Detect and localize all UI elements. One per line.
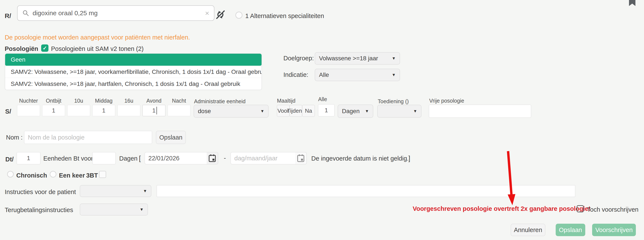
renal-warning-text: De posologie moet worden aangepast voor … — [5, 34, 190, 41]
alle-input[interactable] — [318, 104, 335, 117]
maaltijd-label: Maaltijd — [277, 98, 296, 104]
cancel-button[interactable]: Annuleren — [511, 224, 546, 236]
slot-label-avond: Avond — [142, 98, 166, 105]
slot-label-middag: Middag — [92, 98, 115, 105]
admin-unit-value: dose — [198, 108, 211, 115]
indicatie-value: Alle — [319, 72, 329, 78]
toediening-label: Toediening () — [378, 98, 409, 105]
vrije-posologie-input[interactable] — [429, 105, 531, 118]
end-date-calendar-button[interactable] — [295, 152, 307, 164]
sam-checkbox-label: Posologieën uit SAM v2 tonen (2) — [51, 45, 144, 52]
reimbursement-select[interactable]: ▼ — [80, 203, 148, 215]
bt3-label: 3BT — [86, 172, 98, 179]
vrije-posologie-label: Vrije posologie — [429, 98, 464, 104]
posology-title: Posologiën — [5, 45, 38, 52]
overdose-warning-text: Voorgeschreven posologie overtreft 2x ga… — [413, 205, 590, 212]
end-date-input[interactable] — [230, 152, 296, 164]
slot-label-ontbijt: Ontbijt — [42, 98, 65, 105]
slot-label-10u: 10u — [67, 98, 90, 105]
doelgroep-select[interactable]: Volwassene >=18 jaar ▼ — [315, 52, 400, 65]
slot-input-10u[interactable] — [67, 105, 90, 116]
sam-checkbox[interactable]: ✓ — [41, 45, 48, 52]
bracket-open: [ — [139, 155, 141, 162]
chevron-down-icon: ▼ — [413, 109, 417, 114]
save-posology-button[interactable]: Opslaan — [156, 131, 186, 144]
bookmark-icon[interactable] — [629, 0, 636, 6]
override-checkbox[interactable] — [577, 205, 584, 212]
override-label: Toch voorschrijven — [587, 206, 638, 213]
slot-input-nuchter[interactable] — [17, 105, 40, 116]
een-keer-label: Een keer — [59, 172, 85, 179]
slot-input-ontbijt[interactable] — [42, 105, 65, 116]
eenheden-label: Eenheden Bt voor — [43, 155, 93, 162]
chevron-down-icon: ▼ — [365, 109, 369, 114]
doelgroep-value: Volwassene >=18 jaar — [319, 55, 378, 62]
alternatives-label: 1 Alternatieven specialiteiten — [245, 13, 324, 20]
no-substitution-icon[interactable] — [215, 9, 226, 21]
patient-instructions-label: Instructies voor de patient — [5, 188, 76, 195]
start-date-calendar-button[interactable] — [207, 152, 218, 164]
bracket-close: ] — [408, 155, 410, 162]
calendar-icon — [208, 154, 216, 162]
admin-unit-label: Administratie eenheid — [194, 98, 246, 105]
alternatives-radio[interactable] — [236, 12, 242, 19]
s-label: S/ — [5, 108, 11, 115]
period-select[interactable]: Dagen ▼ — [338, 105, 373, 118]
red-arrow-annotation — [502, 149, 518, 207]
save-button[interactable]: Opslaan — [556, 224, 585, 236]
patient-instructions-select[interactable]: ▼ — [80, 185, 151, 197]
search-icon — [22, 10, 29, 17]
chevron-down-icon: ▼ — [392, 56, 396, 61]
dagen-label: Dagen — [119, 155, 138, 162]
maaltijd-na-button[interactable]: Na — [302, 105, 315, 117]
medication-search[interactable]: × — [17, 5, 214, 21]
search-input[interactable] — [32, 10, 205, 17]
slot-input-nacht[interactable] — [168, 105, 190, 116]
posology-list: Geen SAMV2: Volwassene, >=18 jaar, voork… — [5, 53, 262, 90]
slot-input-16u[interactable] — [117, 105, 140, 116]
dt-quantity-input[interactable] — [16, 152, 40, 164]
toediening-select[interactable]: ▼ — [377, 105, 422, 118]
chevron-down-icon: ▼ — [140, 207, 144, 212]
indicatie-select[interactable]: Alle ▼ — [315, 69, 400, 81]
chronisch-radio[interactable] — [7, 171, 14, 177]
indicatie-label: Indicatie: — [284, 71, 308, 78]
dt-label: Dt/ — [5, 156, 14, 163]
een-keer-radio[interactable] — [50, 171, 56, 177]
chevron-down-icon: ▼ — [143, 189, 147, 193]
start-date-input[interactable] — [144, 152, 207, 164]
text-cursor — [156, 107, 157, 114]
nom-label: Nom : — [6, 134, 22, 141]
slot-input-middag[interactable] — [92, 105, 115, 116]
slot-label-nacht: Nacht — [168, 98, 190, 105]
date-range-dash: - — [224, 155, 226, 162]
prescribe-button[interactable]: Voorschrijven — [592, 224, 636, 236]
slot-label-16u: 16u — [117, 98, 140, 105]
nom-input[interactable] — [24, 131, 152, 144]
calendar-icon — [297, 154, 305, 162]
period-value: Dagen — [342, 108, 360, 115]
maaltijd-tijdens-button[interactable]: Tijdens — [290, 105, 302, 117]
slot-label-nuchter: Nuchter — [17, 98, 40, 105]
clear-icon[interactable]: × — [205, 10, 209, 17]
slot-input-avond[interactable] — [142, 105, 166, 116]
eenheden-input[interactable] — [92, 152, 116, 164]
reimbursement-label: Terugbetalingsinstructies — [5, 206, 73, 213]
chevron-down-icon: ▼ — [392, 73, 396, 77]
chronisch-label: Chronisch — [16, 172, 47, 179]
posology-item-samv2-vkf[interactable]: SAMV2: Volwassene, >=18 jaar, voorkamerf… — [5, 66, 262, 78]
doelgroep-label: Doelgroep: — [284, 55, 314, 62]
admin-unit-select[interactable]: dose ▼ — [194, 105, 268, 118]
rx-label: R/ — [5, 12, 11, 20]
alle-label: Alle — [318, 96, 327, 102]
bt3-checkbox[interactable] — [99, 171, 106, 178]
invalid-date-message: De ingevoerde datum is niet geldig. — [311, 155, 409, 162]
posology-item-samv2-hartfalen[interactable]: SAMV2: Volwassene, >=18 jaar, hartfalen,… — [5, 78, 262, 90]
posology-item-geen[interactable]: Geen — [5, 54, 262, 66]
chevron-down-icon: ▼ — [260, 109, 264, 114]
check-icon: ✓ — [43, 45, 47, 51]
